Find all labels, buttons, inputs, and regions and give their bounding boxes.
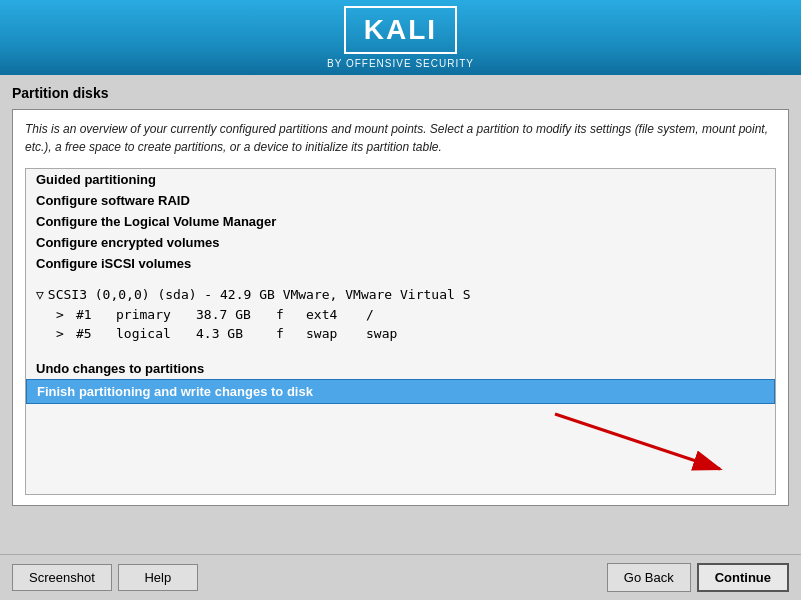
configure-encrypted-item[interactable]: Configure encrypted volumes: [26, 232, 775, 253]
svg-line-1: [555, 414, 720, 469]
partition-type-1: primary: [116, 307, 196, 322]
logo-subtitle: BY OFFENSIVE SECURITY: [327, 58, 474, 69]
partition-flag-2: f: [276, 326, 306, 341]
disk-expand-icon: ▽: [36, 287, 44, 302]
partition-row-2[interactable]: > #5 logical 4.3 GB f swap swap: [26, 324, 775, 343]
footer-left-buttons: Screenshot Help: [12, 564, 198, 591]
footer: Screenshot Help Go Back Continue: [0, 554, 801, 600]
partition-size-2: 4.3 GB: [196, 326, 276, 341]
screenshot-button[interactable]: Screenshot: [12, 564, 112, 591]
partition-num-1: #1: [76, 307, 116, 322]
continue-button[interactable]: Continue: [697, 563, 789, 592]
guided-partitioning-item[interactable]: Guided partitioning: [26, 169, 775, 190]
content-box: This is an overview of your currently co…: [12, 109, 789, 506]
partition-mount-2: swap: [366, 326, 426, 341]
disk-header-text: SCSI3 (0,0,0) (sda) - 42.9 GB VMware, VM…: [48, 287, 471, 302]
main-content: Partition disks This is an overview of y…: [0, 75, 801, 516]
disk-header: ▽ SCSI3 (0,0,0) (sda) - 42.9 GB VMware, …: [26, 284, 775, 305]
configure-raid-item[interactable]: Configure software RAID: [26, 190, 775, 211]
partition-num-2: #5: [76, 326, 116, 341]
partition-flag-1: f: [276, 307, 306, 322]
finish-partitioning-item[interactable]: Finish partitioning and write changes to…: [26, 379, 775, 404]
arrow-area: [26, 404, 775, 494]
configure-iscsi-item[interactable]: Configure iSCSI volumes: [26, 253, 775, 274]
configure-lvm-item[interactable]: Configure the Logical Volume Manager: [26, 211, 775, 232]
partition-row-1[interactable]: > #1 primary 38.7 GB f ext4 /: [26, 305, 775, 324]
page-title: Partition disks: [12, 85, 789, 101]
partition-type-2: logical: [116, 326, 196, 341]
partition-fs-1: ext4: [306, 307, 366, 322]
spacer: [26, 274, 775, 284]
description-text: This is an overview of your currently co…: [25, 120, 776, 156]
partition-arrow-1: >: [56, 307, 76, 322]
partition-size-1: 38.7 GB: [196, 307, 276, 322]
footer-right-buttons: Go Back Continue: [607, 563, 789, 592]
kali-logo: KALI: [344, 6, 457, 54]
help-button[interactable]: Help: [118, 564, 198, 591]
partition-fs-2: swap: [306, 326, 366, 341]
arrow-indicator: [545, 404, 745, 484]
header: KALI BY OFFENSIVE SECURITY: [0, 0, 801, 75]
logo-container: KALI BY OFFENSIVE SECURITY: [327, 6, 474, 69]
partition-arrow-2: >: [56, 326, 76, 341]
partition-list: Guided partitioning Configure software R…: [25, 168, 776, 495]
go-back-button[interactable]: Go Back: [607, 563, 691, 592]
partition-mount-1: /: [366, 307, 426, 322]
spacer2: [26, 343, 775, 353]
undo-changes-item[interactable]: Undo changes to partitions: [26, 353, 775, 379]
